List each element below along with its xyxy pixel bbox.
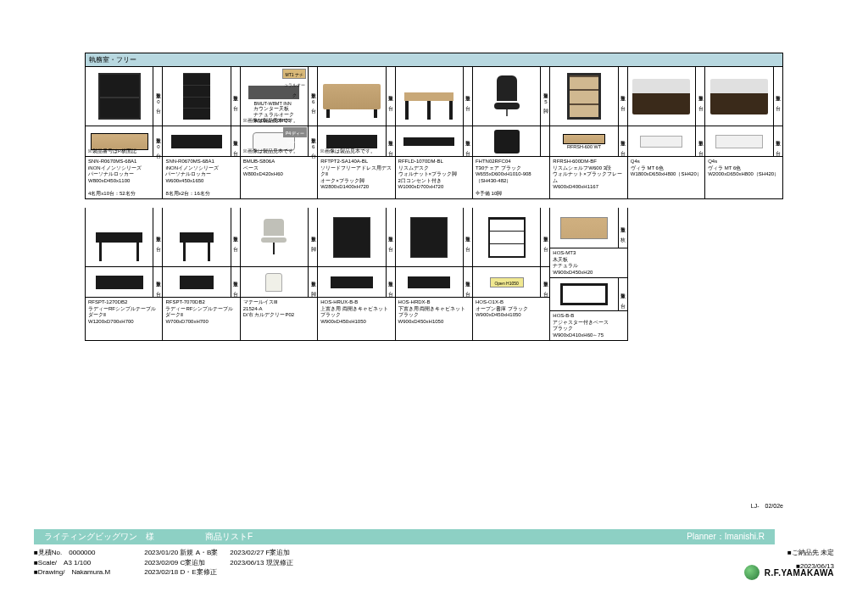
meta-revisions-1: 2023/01/20 新規 A・B案 2023/02/09 C案追加 2023/… [144,548,218,577]
qty: 数量 16台 [308,67,317,126]
panel-icon [408,276,450,288]
qty: 数量 2台 [231,67,240,126]
cabinet-icon [410,217,448,258]
qty: 数量 2台 [463,67,472,126]
product-row-2: 数量 1台 数量 2台 RFSPT-1270DB2 ラディーRFシンプルテーブル… [85,208,783,341]
qty: 数量 1台 [153,208,162,267]
product-cell: MT1 ナチュラルオーク BMUT-W8MT INN カウンター天板 ナチュラル… [241,67,318,199]
product-cell: 数量 1台 数量 2台 RFSPT-1270DB2 ラディーRFシンプルテーブル… [86,208,163,341]
desc: RFRSH-600DM-BF リスムシェルフW600 3段 ウォルナット×ブラッ… [553,159,624,191]
qty: 数量 3枚 [618,208,627,248]
product-cell: 数量 3台 数量 1台 Q4s ヴィラ MT 6色 W1800xD650xH80… [628,67,705,199]
product-cell: 数量 3枚 HOS-MT3 木天板 ナチュラル W900xD450xH20 数量… [550,208,627,341]
qty: 数量 10台 [153,126,162,157]
note: ※画像は製品見本です。 [242,118,298,124]
chip: MT1 ナチュラルオーク [282,69,306,79]
desk-icon [404,92,453,101]
chip: P4 ディープグレー [283,127,307,137]
desc: BMUB-S806A ベース W800xD420xH60 [243,159,314,178]
desc: HOS-HRUX-B-B 上置き用 両開きキャビネット ブラック W900xD4… [320,299,392,325]
panel-icon [326,135,377,148]
brand-logo: R.F.YAMAKAWA [744,565,834,580]
panel-icon [91,133,148,150]
desc: SNN-R0670MS-68A1 iNONイノンソシリーズ パーソナルロッカー … [165,159,236,197]
frame-base-icon [560,283,608,305]
qty: 数量 1台 [386,208,395,267]
desc: HOS-B-B アジャスター付きベース ブラック W900xD410xH60～7… [553,313,624,338]
product-cell: 数量 1台 数量 1台 HOS-HRDX-B 下置き用 両開きキャビネット ブラ… [396,208,473,341]
sofa-side-icon [640,136,682,148]
panel-icon [403,137,454,146]
qty [540,126,549,157]
shelf-icon [567,73,601,120]
bookshelf-icon [183,73,210,120]
desc: FHTN02RFC04 T30チェア ブラック W655xD600xH1010-… [476,159,547,197]
qty: 数量 1台 [386,267,395,298]
product-cell: 数量 5脚 数量 5脚 マテールイスⅢ 21524-A D/市 カルデクリーP0… [241,208,318,341]
brand-text: R.F.YAMAKAWA [765,568,834,578]
sofa-icon [710,79,768,114]
panel-icon [331,276,373,288]
chair-top-icon [265,273,282,292]
desc: Q4s ヴィラ MT 6色 W2000xD650xH800（SH420） [708,159,779,178]
qty: 数量 1台 [773,126,782,157]
chair-icon [490,75,524,118]
product-cell: 数量 2台 数量 2台 RFFLD-1070DM-BL リスムデスク ウォルナッ… [396,67,473,199]
qty: 数量 2台 [540,208,549,267]
delivery: ■ご納品先 未定 [787,548,834,557]
qty: 数量 16台 [308,126,317,157]
qty: 数量 1台 [463,208,472,267]
qty: 数量 1台 [463,267,472,298]
locker-icon [98,73,141,120]
desk-icon [323,84,381,109]
qty: 数量 1台 [695,126,704,157]
qty: 数量 4台 [618,278,627,311]
sofa-icon [632,79,690,114]
note: ※製品番号はP.板面記 [87,148,137,154]
qty: 数量 1台 [231,267,240,298]
product-cell: 数量 2台 数量 4台 SNN-R0670MS-68A1 iNONイノンソシリー… [163,67,240,199]
panel-icon [563,134,605,144]
product-cell: 数量 1台 数量 1台 HOS-HRUX-B-B 上置き用 両開きキャビネット … [318,208,395,341]
qty: 数量 45脚 [540,67,549,126]
desc: SNN-R0670MS-68A1 iNONイノンソシリーズ パーソナルロッカー … [88,159,159,197]
planner-label: Planner： [687,532,724,541]
grill-icon [494,130,520,154]
top-wood-icon [560,217,608,239]
desc: HOS-HRDX-B 下置き用 両開きキャビネット ブラック W900xD450… [398,299,470,325]
product-cell: 数量 2台 数量 1台 RFSPT-7070DB2 ラディーRFシンプルテーブル… [163,208,240,341]
panel-icon [180,276,214,289]
caption: RFRSH-600 WT [567,144,601,149]
qty: 数量 4台 [386,67,395,126]
sofa-side-icon [715,135,763,148]
desc: Q4s ヴィラ MT 6色 W1800xD650xH800（SH420） [631,159,702,178]
cabinet-icon [333,217,370,258]
qty: 数量 5脚 [308,267,317,298]
desc: HOS-MT3 木天板 ナチュラル W900xD450xH20 [553,250,624,276]
doc-title: 商品リストF [205,531,253,543]
meta-revisions-2: 2023/02/27 F案追加 2023/06/13 現況修正 [230,548,292,577]
qty: 数量 3台 [695,67,704,126]
panel-icon [96,276,143,289]
product-cell: 数量 4台 ※画像は製品見本です。数量 1台 RFTPT2-SA140A-BL … [318,67,395,199]
qty: 数量 1台 [618,67,627,126]
product-cell: 数量 10台 ※製品番号はP.板面記 数量 10台 SNN-R0670MS-68… [86,67,163,199]
section-header: 執務室・フリー [85,53,783,67]
product-row-1: 数量 10台 ※製品番号はP.板面記 数量 10台 SNN-R0670MS-68… [85,67,783,199]
desc: HOS-O1X-B オープン書庫 ブラック W900xD450xH1050 [476,299,547,319]
product-cell: 数量 3台 数量 1台 Q4s ヴィラ MT 6色 W2000xD650xH80… [705,67,782,199]
table-icon [96,232,142,243]
desc: RFTPT2-SA140A-BL ソリードフリーアドレス用デスクⅡ オーク×ブラ… [320,159,392,191]
qty: 数量 3台 [773,67,782,126]
desc: RFSPT-7070DB2 ラディーRFシンプルテーブル ダークⅡ W700xD… [165,299,236,325]
planner-name: Imanishi.R [725,532,765,541]
meta-left: ■見積No. 0000000 ■Scale/ A3 1/100 ■Drawing… [34,548,110,577]
qty: 数量 2台 [540,267,549,298]
client-name: ライティングビッグワン 様 [44,531,154,543]
qty: 数量 1台 [386,126,395,157]
qty: 数量 2台 [231,208,240,267]
qty: 数量 2台 [463,126,472,157]
qty: 数量 1台 [618,126,627,157]
note: ※画像は製品見本です。 [320,148,376,154]
title-bar: ライティングビッグワン 様 商品リストF Planner：Imanishi.R [34,529,775,544]
